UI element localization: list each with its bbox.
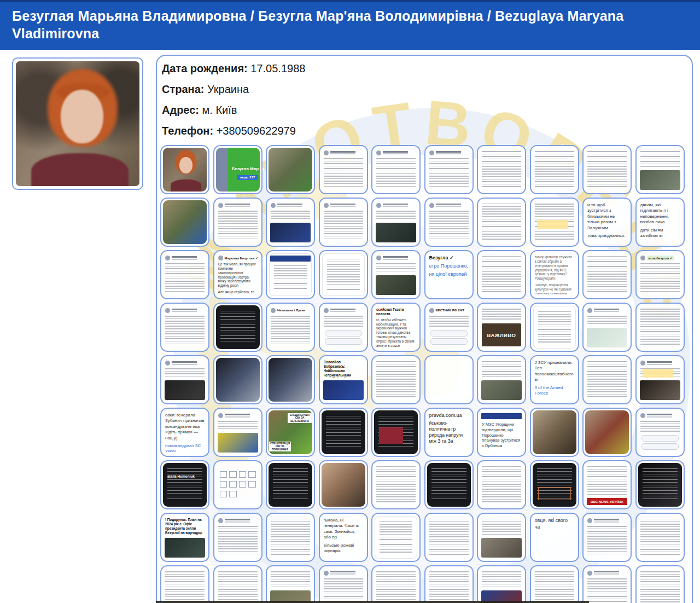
post-thumbnail[interactable] (160, 355, 209, 404)
text-thumbnail[interactable] (266, 513, 315, 562)
text-thumbnail[interactable] (582, 250, 632, 299)
post-thumbnail[interactable] (635, 355, 685, 404)
text-thumbnail[interactable]: Безугла ✓етро Порошенко,ня цілої європей (424, 250, 474, 299)
text-thumbnail[interactable]: и та щоб зустрітися з близькими не тільк… (582, 198, 632, 247)
text-lines (587, 256, 627, 293)
photo-thumbnail[interactable] (160, 145, 209, 194)
text-thumbnail[interactable]: дянам, які підлягають п і неповерненні, … (635, 198, 685, 247)
post-thumbnail[interactable]: Марьяна Безуглая ✓Це так мало, як працюх… (213, 250, 262, 299)
text-thumbnail[interactable]: тимор фамілія служити в силах збройн а і… (530, 250, 579, 299)
poll-thumbnail[interactable] (635, 408, 685, 457)
post-thumbnail[interactable] (266, 198, 315, 247)
text-thumbnail[interactable]: J ЗСУ призначили. Теп повномасштабного в… (530, 355, 579, 404)
text-thumbnail[interactable]: pravda.com.uaйськово-політична гр рирода… (424, 408, 474, 457)
text-thumbnail[interactable]: BBC NEWS УКРАЇНА (582, 460, 632, 509)
diagram-thumbnail[interactable] (213, 460, 262, 509)
text-thumbnail[interactable] (213, 565, 262, 603)
post-thumbnail[interactable] (160, 250, 209, 299)
header-band (481, 413, 522, 419)
post-thumbnail[interactable] (319, 565, 368, 603)
text-thumbnail[interactable] (424, 513, 474, 562)
text-thumbnail[interactable] (530, 565, 579, 603)
post-thumbnail[interactable] (319, 145, 368, 194)
post-thumbnail[interactable] (213, 513, 262, 562)
post-header (640, 360, 680, 366)
blank-thumbnail[interactable] (424, 355, 474, 404)
page-title: Безуглая Марьяна Владимировна / Безугла … (12, 7, 688, 42)
post-thumbnail[interactable] (582, 303, 632, 352)
text-thumbnail[interactable] (424, 565, 474, 603)
post-thumbnail[interactable] (319, 198, 368, 247)
photo-thumbnail[interactable]: СПЕЦОПЕРАЦІЯ СБУ ЗА ЗЕЛЕНСЬКОГОСПЕЦОПЕРА… (266, 408, 315, 457)
poll-thumbnail[interactable]: ВЕСТНИК РФ 24/7 (424, 303, 474, 352)
photo-thumbnail[interactable] (160, 198, 209, 247)
profile-field-phone: Телефон: +380509622979 (162, 125, 305, 137)
text-thumbnail[interactable] (477, 460, 526, 509)
text-thumbnail[interactable]: овця, які свого ча (530, 513, 579, 562)
photo-thumbnail[interactable] (582, 408, 632, 457)
post-thumbnail[interactable] (160, 303, 209, 352)
field-value: 17.05.1988 (250, 62, 305, 74)
text-thumbnail[interactable] (530, 198, 579, 247)
text-thumbnail[interactable] (266, 565, 315, 603)
document-thumbnail[interactable] (266, 250, 315, 299)
text-thumbnail[interactable] (635, 513, 685, 562)
text-thumbnail[interactable]: гьмана, ні генерала. Часи ж самі. Змінюй… (319, 513, 368, 562)
text-lines (640, 571, 680, 603)
text-thumbnail[interactable] (477, 565, 526, 603)
post-thumbnail[interactable] (213, 198, 262, 247)
photo-thumbnail[interactable] (266, 145, 315, 194)
text-thumbnail[interactable] (582, 145, 632, 194)
photo-thumbnail[interactable] (213, 355, 262, 404)
screenshot-thumbnail[interactable] (266, 460, 315, 509)
text-thumbnail[interactable]: ссийская Газета - новостигс, чтобы избеж… (371, 303, 421, 352)
text-thumbnail[interactable] (635, 145, 685, 194)
text-thumbnail[interactable] (477, 355, 526, 404)
text-lines (376, 571, 416, 603)
text-thumbnail[interactable] (371, 355, 421, 404)
post-header (324, 307, 363, 314)
text-thumbnail[interactable] (477, 145, 526, 194)
photo-thumbnail[interactable] (266, 355, 315, 404)
text-thumbnail[interactable] (160, 565, 209, 603)
post-thumbnail[interactable]: вгла безугла ✓ (635, 250, 685, 299)
screenshot-thumbnail[interactable] (213, 303, 262, 352)
post-thumbnail[interactable] (371, 198, 421, 247)
text-thumbnail[interactable] (582, 355, 632, 404)
screenshot-thumbnail[interactable]: atalia Humeniuk (160, 460, 209, 509)
text-thumbnail[interactable] (477, 250, 526, 299)
screenshot-thumbnail[interactable] (635, 460, 685, 509)
document-thumbnail[interactable] (530, 303, 579, 352)
text-thumbnail[interactable]: овки: генерала Зубанич призначив команду… (160, 408, 209, 457)
document-thumbnail[interactable] (319, 250, 368, 299)
text-thumbnail[interactable] (371, 565, 421, 603)
post-thumbnail[interactable] (424, 198, 474, 247)
post-thumbnail[interactable] (582, 513, 632, 562)
text-thumbnail[interactable] (635, 303, 685, 352)
text-thumbnail[interactable] (477, 198, 526, 247)
screenshot-thumbnail[interactable] (371, 408, 421, 457)
profile-header: Безуглая Марьяна Владимировна / Безугла … (0, 0, 700, 50)
document-thumbnail[interactable] (371, 513, 421, 562)
photo-thumbnail[interactable] (530, 408, 579, 457)
text-thumbnail[interactable] (635, 565, 685, 603)
text-thumbnail[interactable]: ! Подарунок: План на 2024 рік с. Офіс пр… (160, 513, 209, 562)
post-thumbnail[interactable]: Незламна і Луган (266, 303, 315, 352)
screenshot-thumbnail[interactable] (319, 408, 368, 457)
photo-thumbnail[interactable] (319, 460, 368, 509)
poll-thumbnail[interactable] (319, 303, 368, 352)
post-thumbnail[interactable] (424, 145, 474, 194)
text-thumbnail[interactable] (371, 460, 421, 509)
text-thumbnail[interactable]: Соловйов Вобразивсь: Найбільшам неприємл… (319, 355, 368, 404)
announcement-thumbnail[interactable]: ВАЖЛИВО (477, 303, 526, 352)
screenshot-thumbnail[interactable] (424, 460, 474, 509)
screenshot-thumbnail[interactable] (530, 460, 579, 509)
photo-thumbnail[interactable]: Безугла Марокруг 217 (213, 145, 262, 194)
text-thumbnail[interactable] (477, 513, 526, 562)
text-thumbnail[interactable] (530, 145, 579, 194)
post-thumbnail[interactable] (371, 250, 421, 299)
post-thumbnail[interactable] (371, 145, 421, 194)
text-thumbnail[interactable]: У МЗС Угорщини підтвердили, що Порошенко… (477, 408, 526, 457)
post-thumbnail[interactable] (582, 565, 632, 603)
post-thumbnail[interactable] (213, 408, 262, 457)
